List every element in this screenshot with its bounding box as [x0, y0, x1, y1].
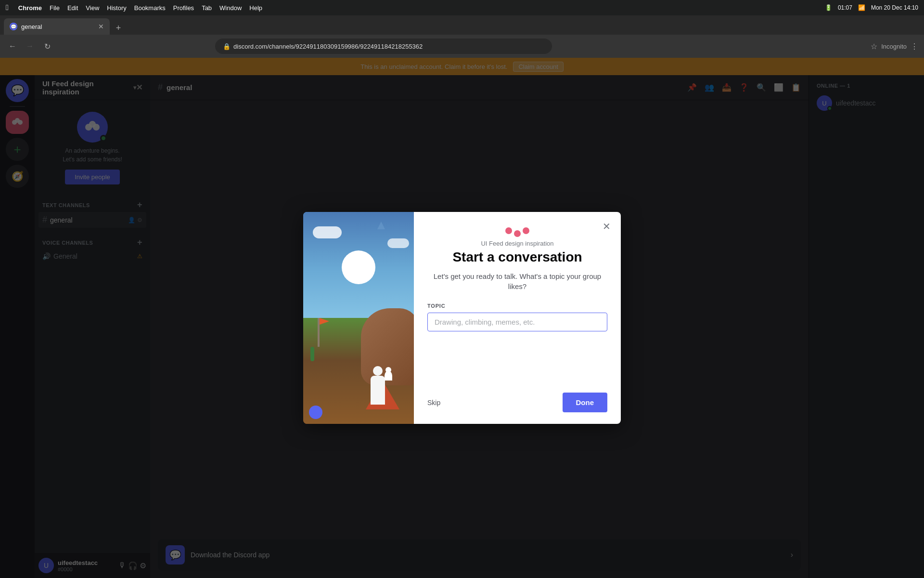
bird-head [385, 367, 391, 373]
modal-server-name: UI Feed design inspiration [427, 240, 607, 247]
menu-profiles[interactable]: Profiles [173, 4, 194, 12]
flag-illustration [318, 318, 320, 347]
done-button[interactable]: Done [563, 393, 608, 412]
back-button[interactable]: ← [6, 39, 19, 53]
dot-1 [505, 227, 512, 234]
topic-input[interactable] [427, 313, 607, 331]
profile-button[interactable]: Incognito [881, 43, 907, 50]
modal-body: ✕ UI Feed design inspiration Start a con… [414, 212, 621, 424]
apple-logo-icon:  [6, 3, 9, 12]
menu-help[interactable]: Help [249, 4, 262, 12]
modal-close-button[interactable]: ✕ [600, 220, 613, 233]
triangle-decoration [377, 222, 385, 229]
menu-edit[interactable]: Edit [67, 4, 78, 12]
cloud-2 [387, 238, 409, 248]
battery-icon: 🔋 [825, 4, 832, 11]
topic-label: TOPIC [427, 303, 607, 309]
chrome-tab[interactable]: 💬 general ✕ [4, 18, 110, 35]
modal-server-icon-area [427, 227, 607, 234]
menu-tab[interactable]: Tab [202, 4, 212, 12]
lock-icon: 🔒 [223, 43, 231, 50]
more-options-icon[interactable]: ⋮ [911, 42, 918, 51]
cactus-stem [310, 347, 314, 361]
bookmark-icon[interactable]: ☆ [871, 42, 877, 51]
macos-menubar:  Chrome File Edit View History Bookmark… [0, 0, 924, 15]
chrome-addressbar: ← → ↻ 🔒 discord.com/channels/92249118030… [0, 35, 924, 58]
modal-illustration [303, 212, 414, 424]
menu-chrome[interactable]: Chrome [18, 4, 42, 12]
wifi-icon: 📶 [858, 4, 865, 11]
menu-history[interactable]: History [107, 4, 126, 12]
chrome-toolbar-right: ☆ Incognito ⋮ [871, 42, 918, 51]
character-illustration [371, 376, 385, 405]
url-text: discord.com/channels/922491180309159986/… [233, 43, 423, 50]
skip-button[interactable]: Skip [427, 399, 440, 407]
server-logo-dots [505, 227, 529, 234]
clock: Mon 20 Dec 14:10 [871, 4, 918, 11]
modal-overlay: ✕ UI Feed design inspiration Start a con… [0, 58, 924, 578]
menu-view[interactable]: View [86, 4, 99, 12]
chrome-tabbar: 💬 general ✕ + [0, 15, 924, 35]
bird-body [385, 371, 392, 381]
modal-title: Start a conversation [427, 249, 607, 265]
refresh-button[interactable]: ↻ [40, 39, 54, 53]
modal-footer: Skip Done [427, 381, 607, 412]
tab-favicon: 💬 [10, 23, 17, 30]
modal-subtitle: Let's get you ready to talk. What's a to… [427, 271, 607, 291]
tab-title: general [21, 23, 42, 30]
tab-close-button[interactable]: ✕ [98, 23, 104, 30]
new-tab-button[interactable]: + [112, 21, 125, 35]
address-bar[interactable]: 🔒 discord.com/channels/92249118030915998… [215, 39, 552, 54]
menubar-right: 🔋 01:07 📶 Mon 20 Dec 14:10 [825, 4, 918, 11]
dot-3 [523, 227, 529, 234]
profile-circle [309, 406, 322, 419]
battery-time: 01:07 [838, 4, 852, 11]
cloud-1 [313, 226, 342, 238]
start-conversation-modal: ✕ UI Feed design inspiration Start a con… [303, 212, 621, 424]
dot-2 [514, 230, 521, 237]
discord-app: This is an unclaimed account. Claim it b… [0, 58, 924, 578]
forward-button[interactable]: → [23, 39, 37, 53]
menu-window[interactable]: Window [219, 4, 242, 12]
moon-illustration [342, 250, 375, 284]
menu-file[interactable]: File [50, 4, 60, 12]
menu-bookmarks[interactable]: Bookmarks [134, 4, 166, 12]
